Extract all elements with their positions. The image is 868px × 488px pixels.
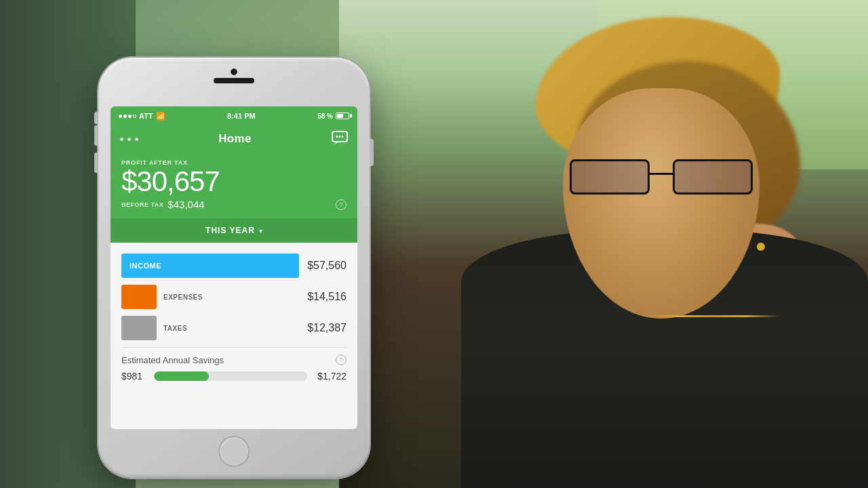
savings-header: Estimated Annual Savings ? [121,354,347,365]
signal-dot-3 [128,115,132,118]
expense-bar [121,285,157,309]
svg-point-3 [339,136,341,138]
signal-strength [119,115,136,118]
profit-amount: $30,657 [121,167,347,196]
signal-dot-2 [123,115,127,118]
taxes-bar [121,316,157,340]
taxes-label: TAXES [163,325,299,332]
battery-icon [336,113,349,119]
phone-power-button[interactable] [370,139,374,166]
carrier-name: ATT [139,112,153,120]
time-display: 8:41 PM [227,112,256,120]
phone-volume-down-button[interactable] [94,152,98,173]
expense-value: $14,516 [306,291,347,303]
phone-speaker [214,78,254,83]
before-tax-amount: $43,044 [167,199,204,210]
nav-dot-1 [120,138,123,141]
nav-left-icons [120,138,138,141]
status-right: 58 % [317,113,349,120]
svg-point-4 [342,136,344,138]
glasses-frame [570,159,753,201]
phone-device: ATT 📶 8:41 PM 58 % Home [98,58,370,478]
metrics-section: INCOME $57,560 EXPENSES $14,516 TAXES $1… [111,243,357,340]
savings-right-value: $1,722 [314,371,347,382]
savings-progress-fill [154,371,209,381]
phone-camera [231,68,237,75]
this-year-bar[interactable]: THIS YEAR ▾ [111,218,357,243]
savings-info-button[interactable]: ? [336,354,347,365]
savings-progress-track [154,371,307,381]
income-value: $57,560 [306,260,347,272]
income-row[interactable]: INCOME $57,560 [121,253,347,278]
chat-icon[interactable] [332,131,348,148]
this-year-label: THIS YEAR [205,226,255,235]
necklace [644,315,780,317]
phone-home-button[interactable] [218,436,250,467]
income-bar: INCOME [121,253,299,278]
before-tax-row: BEFORE TAX $43,044 ? [121,199,347,218]
nav-dot-2 [127,138,131,141]
earring [757,243,765,251]
svg-point-2 [336,136,338,138]
nav-dot-3 [135,138,138,141]
battery-percent: 58 % [317,113,333,120]
phone-shell: ATT 📶 8:41 PM 58 % Home [98,58,370,478]
savings-left-value: $981 [121,371,147,382]
phone-screen: ATT 📶 8:41 PM 58 % Home [111,106,357,429]
taxes-row[interactable]: TAXES $12,387 [121,316,347,340]
status-left: ATT 📶 [119,112,165,121]
phone-mute-switch[interactable] [94,112,98,124]
savings-title: Estimated Annual Savings [121,355,224,365]
glasses-bridge [650,173,673,175]
battery-fill [337,114,343,118]
person-area [353,0,868,488]
savings-row: $981 $1,722 [121,371,347,382]
expense-label: EXPENSES [163,293,299,301]
before-tax-label: BEFORE TAX [121,201,163,208]
signal-dot-4 [133,115,136,118]
glasses-right-lens [673,159,753,195]
savings-section: Estimated Annual Savings ? $981 $1,722 [111,348,357,388]
expense-row[interactable]: EXPENSES $14,516 [121,285,347,309]
wifi-icon: 📶 [156,112,165,121]
taxes-value: $12,387 [306,322,347,334]
nav-bar: Home [111,125,357,152]
income-label: INCOME [130,262,161,270]
signal-dot-1 [119,115,122,118]
status-bar: ATT 📶 8:41 PM 58 % [111,106,357,125]
profit-info-button[interactable]: ? [336,199,347,210]
glasses-left-lens [570,159,650,195]
profit-section: PROFIT AFTER TAX $30,657 BEFORE TAX $43,… [111,152,357,218]
nav-title: Home [218,132,251,146]
chevron-down-icon: ▾ [259,227,262,235]
phone-volume-up-button[interactable] [94,125,98,146]
